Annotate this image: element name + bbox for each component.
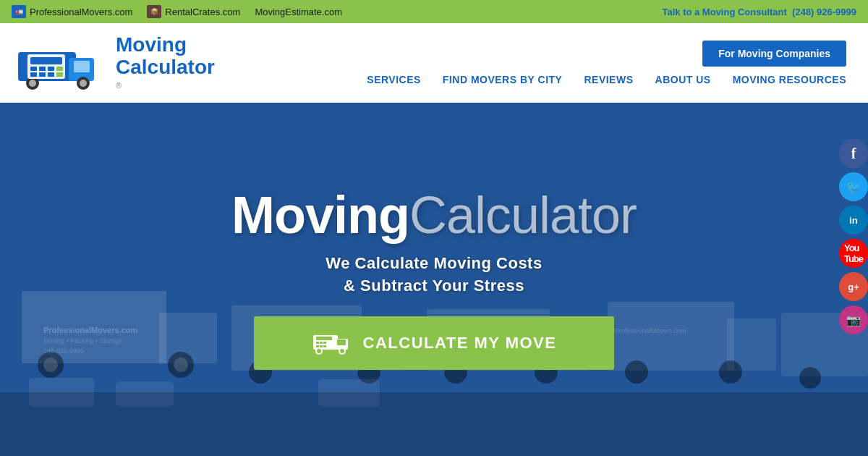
- social-sidebar: f 🐦 in YouTube g+ 📷: [839, 139, 868, 337]
- facebook-button[interactable]: f: [839, 139, 868, 168]
- svg-rect-2: [74, 61, 90, 72]
- svg-rect-9: [30, 67, 37, 71]
- nav-moving-resources[interactable]: MOVING RESOURCES: [733, 74, 846, 85]
- cta-label: CALCULATE MY MOVE: [363, 334, 557, 352]
- svg-rect-14: [39, 72, 46, 77]
- hero-title-moving: Moving: [231, 186, 409, 244]
- svg-rect-62: [323, 345, 326, 347]
- nav-find-movers[interactable]: FIND MOVERS BY CITY: [443, 74, 563, 85]
- youtube-button[interactable]: YouTube: [839, 239, 868, 268]
- top-bar: 🚛 ProfessionalMovers.com 📦 RentalCrates.…: [0, 0, 868, 23]
- svg-rect-60: [316, 345, 319, 347]
- svg-point-52: [317, 349, 321, 353]
- hero-section: ProfessionalMovers.com Moving • Packing …: [0, 103, 868, 456]
- instagram-button[interactable]: 📷: [839, 305, 868, 334]
- nav-services[interactable]: SERVICES: [367, 74, 421, 85]
- professional-movers-link[interactable]: 🚛 ProfessionalMovers.com: [12, 5, 132, 18]
- calculate-move-button[interactable]: CALCULATE MY MOVE: [254, 316, 615, 370]
- cta-truck-icon: [312, 329, 352, 357]
- svg-rect-57: [320, 342, 323, 344]
- hero-title: MovingCalculator: [231, 189, 637, 241]
- linkedin-button[interactable]: in: [839, 206, 868, 235]
- twitter-button[interactable]: 🐦: [839, 172, 868, 201]
- svg-rect-55: [316, 337, 332, 340]
- logo-text-block: Moving Calculator ®: [116, 34, 215, 92]
- consultant-info: Talk to a Moving Consultant (248) 926-99…: [662, 7, 856, 17]
- header: Moving Calculator ® For Moving Companies…: [0, 23, 868, 103]
- top-bar-links: 🚛 ProfessionalMovers.com 📦 RentalCrates.…: [12, 5, 342, 18]
- svg-rect-56: [316, 342, 319, 344]
- svg-rect-16: [56, 72, 63, 77]
- svg-rect-63: [327, 345, 330, 347]
- logo-trademark: ®: [116, 81, 122, 90]
- logo-icon: [14, 30, 109, 96]
- rc-icon: 📦: [147, 5, 161, 18]
- svg-point-6: [80, 80, 87, 87]
- consultant-text: Talk to a Moving Consultant: [662, 7, 786, 17]
- svg-rect-50: [337, 339, 346, 345]
- main-nav: SERVICES FIND MOVERS BY CITY REVIEWS ABO…: [367, 74, 846, 85]
- svg-rect-12: [56, 67, 63, 71]
- phone-number[interactable]: (248) 926-9999: [792, 7, 856, 17]
- for-moving-companies-button[interactable]: For Moving Companies: [702, 41, 846, 67]
- svg-rect-61: [320, 345, 323, 347]
- nav-about-us[interactable]: ABOUT US: [655, 74, 711, 85]
- svg-rect-11: [48, 67, 54, 71]
- hero-subtitle-line2: & Subtract Your Stress: [344, 276, 524, 295]
- rc-label: RentalCrates.com: [165, 7, 240, 17]
- hero-title-calculator: Calculator: [409, 186, 637, 244]
- rental-crates-link[interactable]: 📦 RentalCrates.com: [147, 5, 240, 18]
- me-label: MovingEstimate.com: [255, 7, 342, 17]
- logo-moving: Moving: [116, 34, 215, 56]
- pm-icon: 🚛: [12, 5, 26, 18]
- nav-reviews[interactable]: REVIEWS: [584, 74, 633, 85]
- googleplus-button[interactable]: g+: [839, 272, 868, 301]
- svg-rect-8: [30, 57, 62, 64]
- hero-subtitle: We Calculate Moving Costs & Subtract You…: [326, 253, 542, 297]
- pm-label: ProfessionalMovers.com: [30, 7, 132, 17]
- svg-point-4: [29, 80, 36, 87]
- hero-subtitle-line1: We Calculate Moving Costs: [326, 254, 542, 272]
- svg-point-54: [340, 349, 344, 353]
- svg-rect-58: [323, 342, 326, 344]
- moving-estimate-link[interactable]: MovingEstimate.com: [255, 7, 342, 17]
- nav-area: For Moving Companies SERVICES FIND MOVER…: [367, 41, 846, 85]
- svg-rect-10: [39, 67, 46, 71]
- svg-rect-13: [30, 72, 37, 77]
- svg-rect-15: [48, 72, 54, 77]
- logo-area: Moving Calculator ®: [14, 30, 215, 96]
- hero-content: MovingCalculator We Calculate Moving Cos…: [0, 103, 868, 456]
- svg-rect-59: [327, 342, 330, 344]
- logo-calculator: Calculator: [116, 56, 215, 79]
